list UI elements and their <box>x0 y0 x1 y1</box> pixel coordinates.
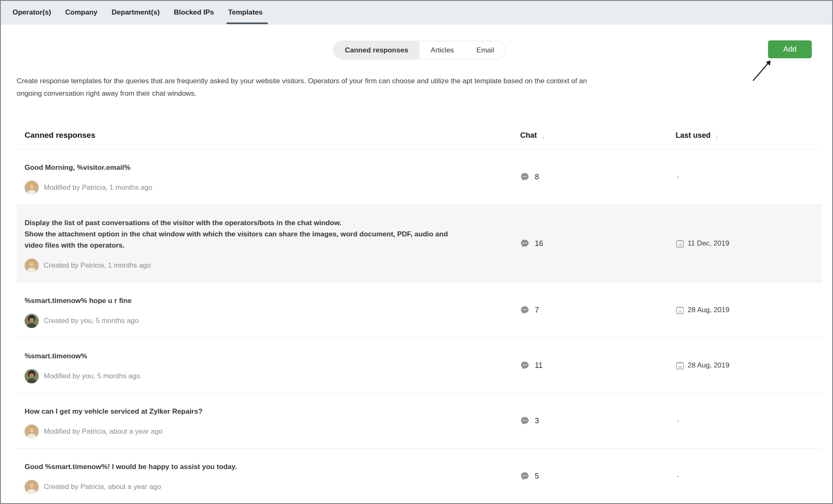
chat-bubble-icon <box>520 416 529 425</box>
last-used-column-label: Last used <box>676 131 711 140</box>
template-title-cell: Good %smart.timenow%! I would be happy t… <box>17 449 520 504</box>
sort-descending-icon[interactable]: ↓ <box>541 133 545 140</box>
template-title: How can I get my vehicle serviced at Zyl… <box>25 406 504 417</box>
template-meta: Created by Patricia, 1 months ago <box>25 258 504 273</box>
last-used-cell: 15 - <box>676 173 822 181</box>
chat-count: 3 <box>535 417 539 425</box>
settings-tab-company[interactable]: Company <box>65 1 97 24</box>
template-title-cell: %smart.timenow% hope u r fine <box>17 283 520 338</box>
template-title-cell: Good Morning, %visitor.email% <box>17 149 520 204</box>
template-title: Good %smart.timenow%! I would be happy t… <box>25 461 504 472</box>
table-row[interactable]: Good Morning, %visitor.email% <box>17 149 822 204</box>
template-meta: Modified by Patricia, 1 months ago <box>25 181 504 195</box>
you-avatar <box>25 369 39 383</box>
chat-count: 8 <box>535 173 539 181</box>
patricia-avatar <box>25 258 39 273</box>
last-used-value: 11 Dec, 2019 <box>688 239 729 248</box>
last-used-cell: 15 28 Aug, 2019 <box>676 306 822 315</box>
table-row[interactable]: %smart.timenow% hope u r fine <box>17 282 822 338</box>
template-meta: Created by Patricia, about a year ago <box>25 480 504 494</box>
settings-tab-blocked-ips[interactable]: Blocked IPs <box>174 1 214 24</box>
chat-column-label: Chat <box>520 131 537 140</box>
template-type-toggle: Canned responses Articles Email <box>333 41 506 60</box>
chat-count-cell: 11 <box>520 361 676 370</box>
toggle-option-canned-responses[interactable]: Canned responses <box>334 41 419 59</box>
canned-responses-table: Canned responses Chat ↓ Last used ↓ Good… <box>17 122 822 504</box>
settings-tab-department-s[interactable]: Department(s) <box>112 1 160 24</box>
last-used-cell: 15 - <box>676 472 822 480</box>
template-title-cell: Display the list of past conversations o… <box>17 205 520 282</box>
chat-count: 11 <box>535 361 543 370</box>
last-used-cell: 15 11 Dec, 2019 <box>676 239 822 248</box>
calendar-icon: 15 <box>676 239 684 248</box>
page-description: Create response templates for the querie… <box>17 75 666 100</box>
svg-text:15: 15 <box>678 243 682 246</box>
last-used-cell: 15 28 Aug, 2019 <box>676 361 822 370</box>
patricia-avatar <box>25 181 39 195</box>
modified-by-text: Created by you, 5 months ago <box>44 317 139 325</box>
calendar-icon: 15 <box>676 306 684 315</box>
patricia-avatar <box>25 480 39 494</box>
modified-by-text: Modified by you, 5 months ago <box>44 372 140 380</box>
chat-bubble-icon <box>520 305 529 315</box>
chat-bubble-icon <box>520 172 529 181</box>
add-button[interactable]: Add <box>768 40 812 58</box>
chat-count-cell: 7 <box>520 305 676 315</box>
last-used-value: 28 Aug, 2019 <box>688 306 729 314</box>
toggle-option-articles[interactable]: Articles <box>419 41 465 59</box>
template-title: %smart.timenow% <box>25 350 504 362</box>
sort-descending-icon[interactable]: ↓ <box>715 133 718 140</box>
annotation-arrow-icon <box>749 57 776 84</box>
modified-by-text: Modified by Patricia, about a year ago <box>44 427 162 436</box>
last-used-cell: 15 - <box>676 417 822 425</box>
patricia-avatar <box>25 425 39 439</box>
table-body: Good Morning, %visitor.email% <box>17 149 822 504</box>
chat-bubble-icon <box>520 239 529 248</box>
chat-bubble-icon <box>520 472 529 481</box>
last-used-value: - <box>676 173 679 181</box>
template-title-cell: %smart.timenow% Mod <box>17 338 520 393</box>
chat-bubble-icon <box>520 361 529 370</box>
column-header-last-used: Last used ↓ <box>676 131 822 140</box>
template-title: Good Morning, %visitor.email% <box>25 162 504 173</box>
chat-count-cell: 8 <box>520 172 676 181</box>
you-avatar <box>25 314 39 328</box>
chat-count: 5 <box>535 472 539 481</box>
templates-settings-page: Operator(s) Company Department(s) Blocke… <box>0 0 833 504</box>
template-meta: Modified by you, 5 months ago <box>25 369 504 383</box>
last-used-value: - <box>676 472 679 480</box>
template-title-cell: How can I get my vehicle serviced at Zyl… <box>17 393 520 448</box>
table-row[interactable]: Good %smart.timenow%! I would be happy t… <box>17 448 822 504</box>
template-title: %smart.timenow% hope u r fine <box>25 295 504 306</box>
last-used-value: - <box>676 417 679 425</box>
toggle-option-email[interactable]: Email <box>465 41 506 59</box>
calendar-icon: 15 <box>676 361 684 370</box>
modified-by-text: Modified by Patricia, 1 months ago <box>44 184 152 192</box>
table-row[interactable]: How can I get my vehicle serviced at Zyl… <box>17 393 822 448</box>
table-row[interactable]: %smart.timenow% Mod <box>17 338 822 393</box>
modified-by-text: Created by Patricia, about a year ago <box>44 483 161 491</box>
template-meta: Modified by Patricia, about a year ago <box>25 425 504 439</box>
template-title: Display the list of past conversations o… <box>25 217 504 251</box>
settings-tab-operator-s[interactable]: Operator(s) <box>12 1 51 24</box>
settings-tab-bar: Operator(s) Company Department(s) Blocke… <box>1 1 832 25</box>
modified-by-text: Created by Patricia, 1 months ago <box>44 261 151 270</box>
table-header: Canned responses Chat ↓ Last used ↓ <box>17 122 822 149</box>
chat-count: 16 <box>535 239 543 248</box>
column-header-canned-responses: Canned responses <box>17 131 520 140</box>
chat-count-cell: 16 <box>520 239 676 248</box>
svg-text:15: 15 <box>678 365 682 368</box>
chat-count: 7 <box>535 306 539 315</box>
svg-text:15: 15 <box>678 309 682 313</box>
table-row[interactable]: Display the list of past conversations o… <box>17 204 822 282</box>
settings-tab-templates[interactable]: Templates <box>228 1 263 24</box>
chat-count-cell: 3 <box>520 416 676 425</box>
template-meta: Created by you, 5 months ago <box>25 314 504 328</box>
column-header-chat: Chat ↓ <box>520 131 676 140</box>
chat-count-cell: 5 <box>520 472 676 481</box>
last-used-value: 28 Aug, 2019 <box>688 361 729 370</box>
